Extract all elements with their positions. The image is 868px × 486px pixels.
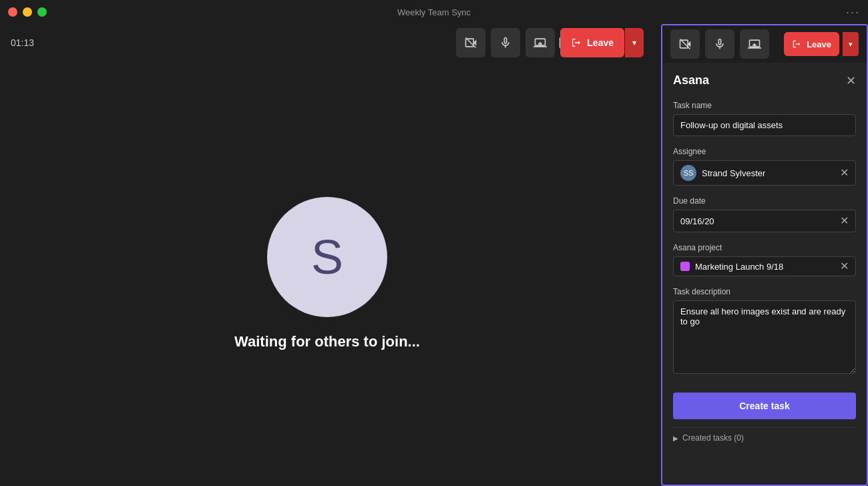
- panel-header: Asana ✕: [673, 73, 856, 87]
- asana-panel-content: Asana ✕ Task name Assignee SS Strand Syl…: [662, 63, 867, 485]
- panel-mute-button[interactable]: [705, 29, 734, 59]
- panel-leave-chevron[interactable]: ▾: [843, 32, 859, 56]
- created-tasks-toggle[interactable]: ▶ Created tasks (0): [673, 433, 744, 443]
- created-tasks-label: Created tasks (0): [682, 433, 744, 443]
- created-tasks-section: ▶ Created tasks (0): [673, 427, 856, 448]
- panel-leave-label: Leave: [807, 39, 831, 49]
- meeting-timer: 01:13: [11, 37, 34, 48]
- panel-share-button[interactable]: [740, 29, 769, 59]
- chevron-right-icon: ▶: [673, 435, 678, 442]
- leave-button-group: Leave ▾: [560, 28, 644, 57]
- description-label: Task description: [673, 287, 856, 296]
- due-date-label: Due date: [673, 196, 856, 206]
- panel-camera-button[interactable]: [670, 29, 700, 59]
- panel-top-controls: Leave ▾: [662, 25, 867, 63]
- window-title: Weekly Team Sync: [397, 7, 471, 17]
- meeting-area: 01:13 ··· S Waiting for others to: [0, 24, 654, 486]
- assignee-initials: SS: [684, 169, 694, 177]
- due-date-field[interactable]: 09/16/20 ✕: [673, 210, 856, 232]
- leave-button[interactable]: Leave: [560, 28, 624, 57]
- minimize-traffic-light[interactable]: [23, 7, 32, 17]
- project-color-dot: [680, 262, 690, 271]
- waiting-message: Waiting for others to join...: [234, 333, 420, 350]
- description-textarea[interactable]: Ensure all hero images exist and are rea…: [673, 300, 856, 374]
- asana-panel: Leave ▾ Asana ✕ Task name Assignee SS St…: [661, 24, 868, 486]
- project-clear-button[interactable]: ✕: [840, 261, 849, 272]
- due-date-clear-button[interactable]: ✕: [840, 216, 849, 226]
- task-name-input[interactable]: [673, 114, 856, 136]
- assignee-field[interactable]: SS Strand Sylvester ✕: [673, 160, 856, 186]
- close-traffic-light[interactable]: [8, 7, 17, 17]
- panel-close-button[interactable]: ✕: [846, 75, 856, 87]
- assignee-label: Assignee: [673, 147, 856, 156]
- camera-off-button[interactable]: [456, 28, 485, 57]
- title-bar: Weekly Team Sync ···: [0, 0, 868, 24]
- share-screen-button[interactable]: [525, 28, 555, 57]
- panel-title: Asana: [673, 73, 709, 87]
- assignee-name: Strand Sylvester: [702, 168, 835, 178]
- traffic-lights: [8, 7, 47, 17]
- task-name-group: Task name: [673, 101, 856, 136]
- due-date-group: Due date 09/16/20 ✕: [673, 196, 856, 232]
- maximize-traffic-light[interactable]: [37, 7, 47, 17]
- assignee-avatar: SS: [680, 165, 696, 181]
- assignee-group: Assignee SS Strand Sylvester ✕: [673, 147, 856, 186]
- leave-chevron-button[interactable]: ▾: [625, 28, 644, 57]
- participant-avatar: S: [267, 197, 387, 317]
- project-group: Asana project Marketing Launch 9/18 ✕: [673, 243, 856, 276]
- project-name: Marketing Launch 9/18: [695, 262, 835, 272]
- window-menu[interactable]: ···: [846, 5, 860, 19]
- assignee-clear-button[interactable]: ✕: [840, 168, 849, 178]
- description-group: Task description Ensure all hero images …: [673, 287, 856, 377]
- project-field[interactable]: Marketing Launch 9/18 ✕: [673, 256, 856, 276]
- due-date-value: 09/16/20: [680, 216, 714, 226]
- avatar-letter: S: [311, 230, 343, 284]
- task-name-label: Task name: [673, 101, 856, 110]
- create-task-button[interactable]: Create task: [673, 393, 856, 419]
- project-label: Asana project: [673, 243, 856, 252]
- leave-label: Leave: [587, 37, 614, 48]
- panel-leave-button[interactable]: Leave: [784, 32, 839, 56]
- video-area: S Waiting for others to join...: [0, 61, 654, 486]
- mute-button[interactable]: [491, 28, 520, 57]
